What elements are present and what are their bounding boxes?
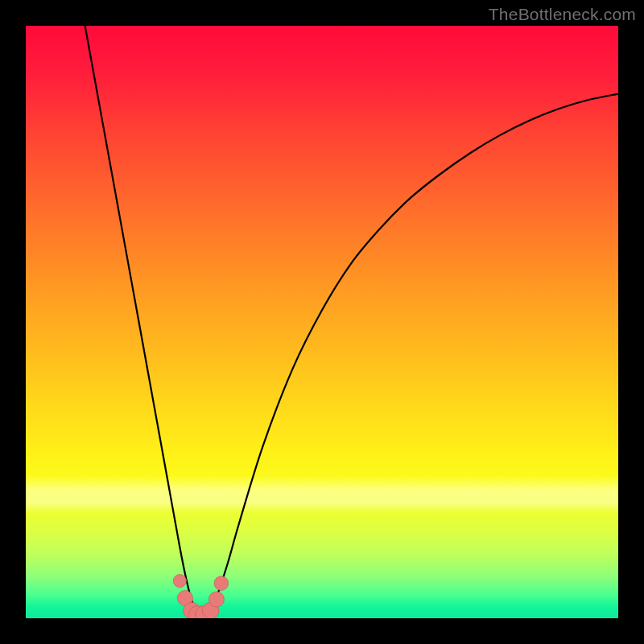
bottleneck-curve xyxy=(85,26,618,615)
plot-area xyxy=(26,26,618,618)
curve-layer xyxy=(26,26,618,618)
trough-marker xyxy=(208,592,224,607)
watermark-text: TheBottleneck.com xyxy=(489,5,636,24)
chart-frame: TheBottleneck.com xyxy=(0,0,644,644)
trough-marker xyxy=(214,576,229,591)
trough-marker xyxy=(173,575,186,588)
trough-markers xyxy=(173,575,228,618)
